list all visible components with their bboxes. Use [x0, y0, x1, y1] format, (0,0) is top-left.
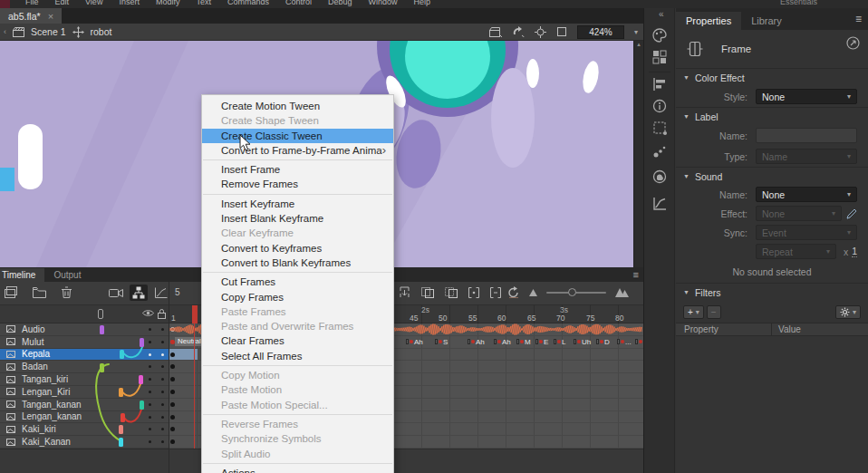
properties-panel-menu-icon[interactable]: ≡	[855, 13, 862, 25]
context-menu-item[interactable]: Remove Frames	[202, 177, 393, 191]
zoom-in-frames-icon[interactable]	[615, 288, 629, 297]
layer-visibility-dot[interactable]	[149, 353, 151, 356]
keyframe-dot[interactable]	[170, 427, 175, 431]
context-menu-item[interactable]: Clear Frames	[202, 333, 393, 348]
mouth-keyframe[interactable]: E	[535, 337, 548, 347]
context-menu-item[interactable]: Convert to Blank Keyframes	[202, 256, 393, 270]
layer-visibility-dot[interactable]	[149, 378, 151, 381]
motion-editor-icon[interactable]	[652, 197, 667, 211]
menu-item-debug[interactable]: Debug	[320, 0, 361, 8]
edit-envelope-icon[interactable]	[846, 208, 857, 219]
mouth-keyframe[interactable]: Neutral	[170, 337, 204, 347]
menu-item-help[interactable]: Help	[406, 0, 439, 8]
tab-properties[interactable]: Properties	[676, 12, 741, 30]
transform-panel-icon[interactable]	[652, 121, 667, 135]
breadcrumb-scene[interactable]: Scene 1	[31, 26, 66, 37]
layer-lock-dot[interactable]	[161, 440, 164, 443]
modify-markers-icon[interactable]	[490, 287, 501, 298]
stage-scrollbar[interactable]: ▴	[633, 41, 643, 267]
layer-visibility-dot[interactable]	[149, 328, 151, 331]
slider-knob[interactable]	[568, 288, 576, 296]
zoom-out-frames-icon[interactable]	[529, 289, 537, 296]
filter-options-button[interactable]: ▾	[835, 305, 861, 319]
collapse-panel-icon[interactable]: «	[659, 9, 664, 19]
tab-output[interactable]: Output	[44, 268, 90, 282]
cc-libraries-icon[interactable]	[652, 169, 667, 184]
layer-row[interactable]: Kaki_Kanan	[0, 436, 169, 449]
onion-skin-icon[interactable]	[421, 287, 434, 298]
section-color-effect[interactable]: ▼ Color Effect	[676, 68, 868, 86]
menu-item-commands[interactable]: Commands	[219, 0, 277, 8]
mouth-keyframe[interactable]: Ah	[468, 337, 485, 347]
mouth-keyframe[interactable]: L	[554, 337, 565, 347]
close-icon[interactable]: ×	[48, 12, 53, 21]
mouth-keyframe[interactable]: S	[635, 337, 643, 347]
mouth-keyframe[interactable]: ...	[617, 337, 632, 347]
label-name-input[interactable]	[756, 128, 857, 143]
parenting-view-toggle[interactable]	[130, 285, 148, 301]
menu-item-modify[interactable]: Modify	[148, 0, 188, 8]
layer-lock-dot[interactable]	[161, 341, 164, 343]
layer-row[interactable]: Lengan_kanan	[0, 411, 169, 424]
mouth-keyframe[interactable]: D	[596, 337, 610, 347]
section-label[interactable]: ▼ Label	[676, 107, 868, 125]
section-filters[interactable]: ▼ Filters	[676, 283, 868, 301]
mouth-keyframe[interactable]: M	[516, 337, 531, 347]
help-circle-icon[interactable]	[846, 36, 860, 50]
new-folder-icon[interactable]	[33, 287, 46, 298]
layer-lock-dot[interactable]	[161, 378, 164, 381]
menu-item-insert[interactable]: Insert	[111, 0, 148, 8]
layer-lock-dot[interactable]	[161, 416, 164, 419]
layer-lock-dot[interactable]	[161, 428, 164, 430]
layer-row[interactable]: Kepala	[0, 349, 169, 362]
layer-lock-dot[interactable]	[161, 365, 164, 368]
remove-filter-button[interactable]: −	[707, 305, 721, 319]
layer-visibility-dot[interactable]	[149, 391, 151, 393]
workspace-switcher[interactable]: Essentials	[780, 0, 817, 8]
keyframe-dot[interactable]	[170, 402, 175, 407]
section-sound[interactable]: ▼ Sound	[676, 167, 868, 185]
context-menu-item[interactable]: Insert Frame	[202, 162, 393, 177]
onion-outline-icon[interactable]	[445, 287, 458, 298]
menu-item-window[interactable]: Window	[361, 0, 406, 8]
layer-visibility-dot[interactable]	[149, 440, 151, 443]
zoom-dropdown-icon[interactable]: ▾	[634, 28, 638, 36]
layer-visibility-dot[interactable]	[149, 365, 151, 368]
document-tab[interactable]: ab5.fla* ×	[0, 8, 62, 24]
edit-multiple-frames-icon[interactable]	[468, 287, 479, 298]
timeline-panel-menu-icon[interactable]: ≡	[633, 269, 639, 280]
context-menu-item[interactable]: Convert to Frame-by-Frame Animation›	[202, 143, 393, 158]
layer-row[interactable]: Kaki_kiri	[0, 423, 169, 436]
color-palette-icon[interactable]	[652, 28, 667, 43]
layer-lock-dot[interactable]	[161, 353, 164, 356]
menu-item-control[interactable]: Control	[277, 0, 320, 8]
mouth-keyframe[interactable]: Uh	[574, 337, 591, 347]
layer-row[interactable]: Badan	[0, 361, 169, 373]
breadcrumb-symbol[interactable]: robot	[91, 26, 112, 37]
layer-visibility-dot[interactable]	[149, 428, 151, 430]
center-frame-icon[interactable]	[399, 286, 410, 298]
layer-row[interactable]: Mulut	[0, 336, 169, 349]
mouth-keyframe[interactable]: Ah	[494, 337, 511, 347]
history-panel-icon[interactable]	[652, 144, 667, 159]
tab-timeline[interactable]: Timeline	[0, 268, 44, 282]
back-chevron-icon[interactable]: ‹	[4, 27, 6, 36]
layer-row[interactable]: Tangan_kanan	[0, 399, 169, 411]
new-layer-icon[interactable]	[5, 286, 17, 298]
context-menu-item[interactable]: Cut Frames	[202, 275, 393, 289]
keyframe-dot[interactable]	[170, 415, 175, 420]
delete-layer-icon[interactable]	[62, 286, 72, 298]
tab-library[interactable]: Library	[741, 12, 792, 30]
loop-playback-icon[interactable]	[507, 286, 520, 299]
layer-row[interactable]: Audio	[0, 323, 169, 336]
keyframe-dot[interactable]	[170, 377, 175, 381]
repeat-times-value[interactable]: 1	[852, 246, 857, 257]
clip-content-icon[interactable]	[556, 26, 567, 37]
align-panel-icon[interactable]	[652, 77, 667, 92]
context-menu-item[interactable]: Convert to Keyframes	[202, 241, 393, 256]
camera-layer-icon[interactable]	[109, 287, 123, 298]
graph-view-icon[interactable]	[154, 287, 168, 299]
add-filter-button[interactable]: +▾	[683, 305, 704, 319]
timeline-zoom-slider[interactable]	[546, 292, 606, 294]
context-menu-item[interactable]: Insert Keyframe	[202, 197, 393, 211]
